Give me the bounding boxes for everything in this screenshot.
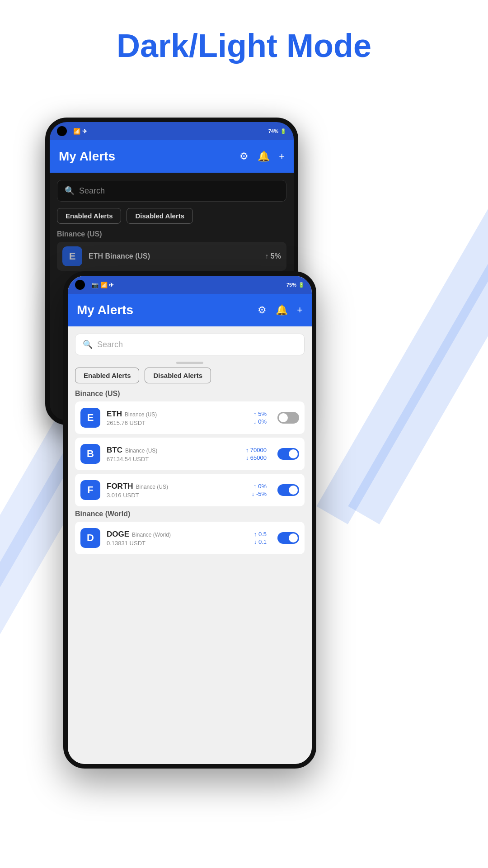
light-doge-down: ↓ 0.1 (254, 538, 267, 545)
light-disabled-alerts-btn[interactable]: Disabled Alerts (145, 368, 211, 383)
dark-header-title: My Alerts (59, 149, 115, 164)
status-icons-dark: 📶 ✈ (73, 128, 87, 135)
light-doge-up: ↑ 0.5 (254, 531, 267, 538)
light-section-binance-world: Binance (World) (75, 510, 305, 518)
light-eth-item: E ETH Binance (US) 2615.76 USDT ↑ 5% ↓ 0… (75, 401, 305, 434)
dark-content: 🔍 Search Enabled Alerts Disabled Alerts … (50, 173, 294, 278)
light-eth-exchange: Binance (US) (125, 411, 157, 418)
light-header-icons: ⚙ 🔔 + (258, 304, 303, 316)
light-btc-info: BTC Binance (US) 67134.54 USDT (107, 446, 239, 462)
light-eth-up: ↑ 5% (253, 410, 267, 417)
dark-app-header: My Alerts ⚙ 🔔 + (50, 140, 294, 173)
light-eth-down: ↓ 0% (253, 418, 267, 425)
battery-light: 75% (286, 282, 296, 288)
light-eth-name: ETH (107, 410, 122, 419)
dark-plus-icon[interactable]: + (279, 151, 285, 162)
light-doge-price: 0.13831 USDT (107, 540, 248, 547)
light-search-icon: 🔍 (83, 340, 93, 349)
dark-search-box[interactable]: 🔍 Search (57, 180, 286, 202)
light-doge-name: DOGE (107, 530, 129, 539)
status-left-dark: 📶 ✈ (57, 126, 87, 136)
battery-icon-light: 🔋 (298, 282, 305, 288)
light-btc-name-row: BTC Binance (US) (107, 446, 239, 455)
light-btc-coin-icon: B (80, 444, 100, 464)
light-btc-up: ↑ 70000 (246, 447, 267, 453)
light-btc-exchange: Binance (US) (125, 448, 157, 454)
light-forth-exchange: Binance (US) (136, 484, 168, 490)
light-eth-info: ETH Binance (US) 2615.76 USDT (107, 410, 247, 426)
light-plus-icon[interactable]: + (297, 304, 303, 316)
battery-icon-dark: 🔋 (280, 128, 286, 134)
light-forth-coin-icon: F (80, 480, 100, 500)
light-app-header: My Alerts ⚙ 🔔 + (68, 294, 312, 326)
camera-hole-dark (57, 126, 67, 136)
phones-container: 📶 ✈ 74% 🔋 My Alerts ⚙ 🔔 + 🔍 Search (0, 99, 488, 868)
light-doge-values: ↑ 0.5 ↓ 0.1 (254, 531, 267, 545)
dark-status-bar: 📶 ✈ 74% 🔋 (50, 122, 294, 140)
light-mode-phone: 📷 📶 ✈ 75% 🔋 My Alerts ⚙ 🔔 + 🔍 Search (63, 271, 316, 769)
dark-eth-value: ↑ 5% (265, 252, 281, 260)
dark-partial-item: E ETH Binance (US) ↑ 5% (57, 242, 286, 271)
light-doge-item: D DOGE Binance (World) 0.13831 USDT ↑ 0.… (75, 522, 305, 554)
dark-enabled-alerts-btn[interactable]: Enabled Alerts (57, 208, 121, 224)
light-eth-name-row: ETH Binance (US) (107, 410, 247, 419)
light-doge-name-row: DOGE Binance (World) (107, 530, 248, 539)
camera-hole-light (75, 280, 85, 290)
dark-search-icon: 🔍 (65, 186, 75, 196)
light-settings-icon[interactable]: ⚙ (258, 304, 267, 316)
light-forth-values: ↑ 0% ↓ -5% (252, 483, 267, 497)
light-eth-toggle[interactable] (277, 412, 299, 424)
light-forth-name-row: FORTH Binance (US) (107, 482, 245, 491)
dark-header-icons: ⚙ 🔔 + (239, 151, 285, 162)
status-left-light: 📷 📶 ✈ (75, 280, 114, 290)
light-forth-item: F FORTH Binance (US) 3.016 USDT ↑ 0% ↓ -… (75, 474, 305, 506)
light-doge-toggle-knob (289, 533, 298, 542)
light-doge-exchange: Binance (World) (132, 532, 171, 538)
scroll-indicator (176, 362, 203, 364)
light-btc-values: ↑ 70000 ↓ 65000 (246, 447, 267, 461)
light-doge-toggle[interactable] (277, 532, 299, 544)
light-status-bar: 📷 📶 ✈ 75% 🔋 (68, 276, 312, 294)
dark-bell-icon[interactable]: 🔔 (258, 151, 270, 162)
light-doge-info: DOGE Binance (World) 0.13831 USDT (107, 530, 248, 547)
light-btc-down: ↓ 65000 (246, 454, 267, 461)
light-eth-toggle-knob (279, 413, 288, 422)
dark-settings-icon[interactable]: ⚙ (239, 151, 249, 162)
light-forth-up: ↑ 0% (253, 483, 267, 490)
light-header-title: My Alerts (77, 303, 133, 317)
light-forth-toggle[interactable] (277, 484, 299, 496)
light-section-binance-us: Binance (US) (75, 390, 305, 398)
dark-filter-buttons: Enabled Alerts Disabled Alerts (57, 208, 286, 224)
dark-search-placeholder: Search (79, 186, 105, 196)
status-icons-right-dark: 74% 🔋 (268, 128, 286, 134)
light-forth-name: FORTH (107, 482, 133, 491)
light-btc-name: BTC (107, 446, 122, 455)
light-enabled-alerts-btn[interactable]: Enabled Alerts (75, 368, 139, 383)
light-bell-icon[interactable]: 🔔 (276, 304, 288, 316)
light-search-box[interactable]: 🔍 Search (75, 334, 305, 355)
light-content: 🔍 Search Enabled Alerts Disabled Alerts … (68, 326, 312, 764)
light-filter-buttons: Enabled Alerts Disabled Alerts (75, 368, 305, 383)
light-doge-coin-icon: D (80, 528, 100, 548)
light-forth-price: 3.016 USDT (107, 492, 245, 499)
page-title: Dark/Light Mode (0, 0, 488, 82)
light-btc-item: B BTC Binance (US) 67134.54 USDT ↑ 70000… (75, 438, 305, 470)
light-forth-toggle-knob (289, 486, 298, 495)
battery-dark: 74% (268, 128, 278, 134)
light-eth-coin-icon: E (80, 408, 100, 428)
dark-disabled-alerts-btn[interactable]: Disabled Alerts (127, 208, 193, 224)
status-icons-right-light: 75% 🔋 (286, 282, 305, 288)
light-search-placeholder: Search (97, 340, 123, 349)
dark-eth-name: ETH Binance (US) (89, 252, 150, 260)
light-btc-toggle-knob (289, 449, 298, 458)
light-eth-price: 2615.76 USDT (107, 420, 247, 426)
light-forth-info: FORTH Binance (US) 3.016 USDT (107, 482, 245, 499)
light-btc-price: 67134.54 USDT (107, 456, 239, 462)
light-eth-values: ↑ 5% ↓ 0% (253, 410, 267, 425)
light-btc-toggle[interactable] (277, 448, 299, 460)
dark-section-label: Binance (US) (57, 230, 286, 238)
status-icons-light: 📷 📶 ✈ (91, 282, 114, 288)
light-forth-down: ↓ -5% (252, 491, 267, 497)
dark-eth-icon: E (62, 246, 82, 266)
